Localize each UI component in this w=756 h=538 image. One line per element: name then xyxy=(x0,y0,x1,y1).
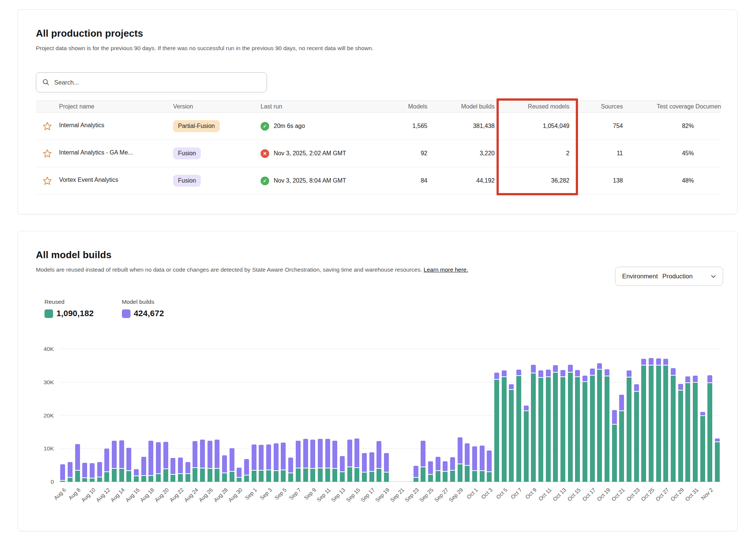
bar-oct-30[interactable] xyxy=(684,349,692,482)
bar-aug-8[interactable]: Aug 8 xyxy=(74,349,81,482)
bar-sep-13[interactable]: Sep 13 xyxy=(339,349,346,482)
bar-oct-17[interactable]: Oct 17 xyxy=(588,349,596,482)
bar-oct-11[interactable]: Oct 11 xyxy=(544,349,552,482)
bar-sep-20[interactable] xyxy=(390,349,397,482)
bar-sep-30[interactable] xyxy=(464,349,471,482)
bar-sep-2[interactable] xyxy=(258,349,265,482)
bar-sep-27[interactable]: Sep 27 xyxy=(442,349,449,482)
environment-dropdown[interactable]: Environment Production xyxy=(615,267,723,286)
bar-sep-9[interactable]: Sep 9 xyxy=(309,349,317,482)
bar-oct-9[interactable]: Oct 9 xyxy=(530,349,537,482)
favorite-star-button[interactable] xyxy=(36,176,58,186)
bar-sep-7[interactable]: Sep 7 xyxy=(295,349,302,482)
bar-sep-24[interactable] xyxy=(420,349,427,482)
bar-oct-28[interactable] xyxy=(670,349,677,482)
bar-oct-15[interactable]: Oct 15 xyxy=(574,349,581,482)
bar-oct-29[interactable]: Oct 29 xyxy=(677,349,684,482)
bar-aug-6[interactable]: Aug 6 xyxy=(59,349,67,482)
bar-sep-23[interactable]: Sep 23 xyxy=(412,349,420,482)
favorite-star-button[interactable] xyxy=(36,149,58,159)
bar-aug-24[interactable]: Aug 24 xyxy=(191,349,199,482)
bar-aug-13[interactable] xyxy=(111,349,118,482)
bar-sep-17[interactable]: Sep 17 xyxy=(368,349,375,482)
bar-nov-1[interactable] xyxy=(699,349,706,482)
bar-aug-7[interactable] xyxy=(67,349,74,482)
bar-sep-1[interactable]: Sep 1 xyxy=(250,349,258,482)
bar-oct-14[interactable] xyxy=(566,349,574,482)
bar-oct-27[interactable]: Oct 27 xyxy=(662,349,670,482)
bar-aug-26[interactable]: Aug 26 xyxy=(206,349,213,482)
bar-oct-16[interactable] xyxy=(581,349,589,482)
bar-nov-2[interactable]: Nov 2 xyxy=(706,349,714,482)
bar-sep-29[interactable]: Sep 29 xyxy=(456,349,464,482)
bar-oct-12[interactable] xyxy=(552,349,559,482)
bar-oct-2[interactable] xyxy=(478,349,486,482)
bar-aug-28[interactable]: Aug 28 xyxy=(221,349,228,482)
bar-aug-31[interactable] xyxy=(243,349,251,482)
bar-sep-15[interactable]: Sep 15 xyxy=(353,349,361,482)
bar-aug-17[interactable] xyxy=(140,349,147,482)
bar-oct-1[interactable]: Oct 1 xyxy=(471,349,479,482)
bar-oct-7[interactable]: Oct 7 xyxy=(515,349,523,482)
bar-oct-18[interactable] xyxy=(596,349,603,482)
bar-aug-20[interactable]: Aug 20 xyxy=(162,349,169,482)
bar-oct-21[interactable]: Oct 21 xyxy=(618,349,626,482)
bar-oct-6[interactable] xyxy=(508,349,515,482)
bar-oct-20[interactable] xyxy=(611,349,618,482)
bar-aug-27[interactable] xyxy=(213,349,221,482)
bar-aug-19[interactable] xyxy=(155,349,162,482)
bar-sep-25[interactable]: Sep 25 xyxy=(427,349,434,482)
bar-oct-22[interactable] xyxy=(626,349,633,482)
bar-aug-9[interactable] xyxy=(81,349,89,482)
bar-oct-26[interactable] xyxy=(655,349,662,482)
bar-oct-19[interactable]: Oct 19 xyxy=(603,349,611,482)
bar-oct-24[interactable] xyxy=(640,349,648,482)
bar-oct-3[interactable]: Oct 3 xyxy=(486,349,493,482)
bar-oct-25[interactable]: Oct 25 xyxy=(648,349,655,482)
bar-sep-18[interactable] xyxy=(375,349,383,482)
bar-aug-21[interactable] xyxy=(169,349,177,482)
bar-sep-11[interactable]: Sep 11 xyxy=(324,349,331,482)
bar-oct-4[interactable] xyxy=(493,349,501,482)
bar-sep-16[interactable] xyxy=(361,349,368,482)
project-name-link[interactable]: Internal Analytics xyxy=(59,122,104,129)
bar-sep-14[interactable] xyxy=(346,349,353,482)
project-name-link[interactable]: Vortex Event Analytics xyxy=(59,177,118,183)
bar-sep-6[interactable] xyxy=(287,349,295,482)
bar-sep-26[interactable] xyxy=(434,349,442,482)
bar-sep-12[interactable] xyxy=(331,349,339,482)
bar-aug-12[interactable]: Aug 12 xyxy=(103,349,111,482)
bar-sep-22[interactable] xyxy=(405,349,412,482)
bar-sep-28[interactable] xyxy=(449,349,457,482)
bar-aug-23[interactable] xyxy=(184,349,191,482)
bar-sep-4[interactable] xyxy=(272,349,280,482)
bar-sep-21[interactable]: Sep 21 xyxy=(397,349,405,482)
bar-oct-5[interactable]: Oct 5 xyxy=(500,349,508,482)
search-input[interactable] xyxy=(54,79,261,86)
bar-sep-8[interactable] xyxy=(302,349,309,482)
learn-more-link[interactable]: Learn more here. xyxy=(424,266,468,273)
bar-nov-3[interactable] xyxy=(714,349,721,482)
bar-sep-5[interactable]: Sep 5 xyxy=(280,349,287,482)
bar-oct-31[interactable]: Oct 31 xyxy=(692,349,699,482)
bar-aug-10[interactable]: Aug 10 xyxy=(89,349,96,482)
bar-aug-15[interactable] xyxy=(125,349,133,482)
bar-oct-23[interactable]: Oct 23 xyxy=(633,349,640,482)
reused-segment xyxy=(237,478,242,482)
bar-aug-25[interactable] xyxy=(199,349,206,482)
bar-oct-8[interactable] xyxy=(522,349,530,482)
bar-aug-30[interactable]: Aug 30 xyxy=(236,349,243,482)
bar-oct-13[interactable]: Oct 13 xyxy=(559,349,567,482)
bar-sep-10[interactable] xyxy=(317,349,324,482)
bar-aug-22[interactable]: Aug 22 xyxy=(177,349,184,482)
bar-sep-3[interactable]: Sep 3 xyxy=(265,349,273,482)
project-name-link[interactable]: Internal Analytics - GA Me... xyxy=(59,149,133,156)
bar-aug-11[interactable] xyxy=(96,349,103,482)
bar-aug-29[interactable] xyxy=(228,349,236,482)
bar-aug-18[interactable]: Aug 18 xyxy=(147,349,155,482)
favorite-star-button[interactable] xyxy=(36,121,58,131)
bar-sep-19[interactable]: Sep 19 xyxy=(383,349,390,482)
bar-aug-16[interactable]: Aug 16 xyxy=(133,349,140,482)
bar-aug-14[interactable]: Aug 14 xyxy=(118,349,125,482)
bar-oct-10[interactable] xyxy=(537,349,545,482)
